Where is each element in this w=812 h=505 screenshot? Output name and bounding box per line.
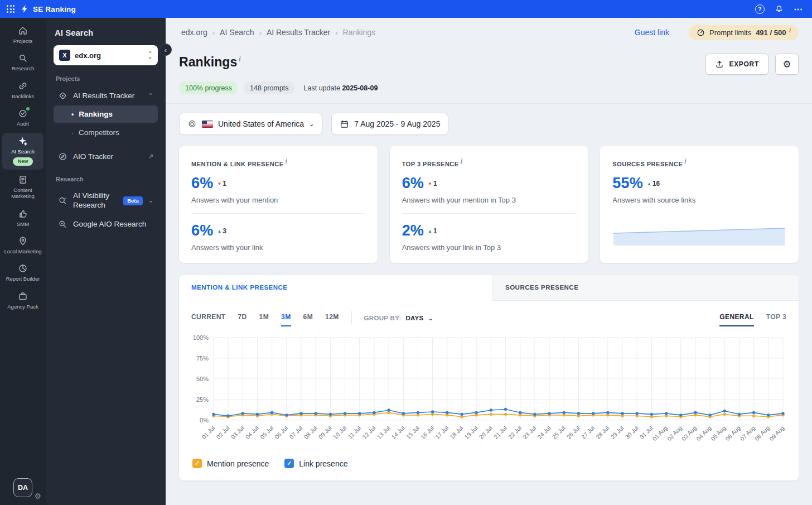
sidebar-item-label: AI Results Tracker	[73, 92, 134, 100]
presence-line-chart[interactable]: 0%25%50%75%100%01 Jul02 Jul03 Jul04 Jul0…	[187, 332, 791, 456]
guest-link[interactable]: Guest link	[635, 28, 669, 37]
tab-sources-presence[interactable]: SOURCES PRESENCE	[492, 275, 799, 301]
rail-item-local-marketing[interactable]: Local Marketing	[2, 233, 44, 258]
chevron-up-icon[interactable]: ⌃	[148, 92, 153, 99]
bell-icon[interactable]	[775, 4, 784, 13]
view-tab-general[interactable]: GENERAL	[719, 313, 753, 326]
svg-text:07 Jul: 07 Jul	[288, 425, 304, 440]
rail-item-agency-pack[interactable]: Agency Pack	[2, 288, 44, 314]
rail-item-audit[interactable]: Audit	[2, 105, 44, 131]
sidebar-collapse-button[interactable]: ‹	[160, 44, 172, 56]
svg-text:23 Jul: 23 Jul	[522, 425, 538, 440]
range-tab-1m[interactable]: 1M	[259, 313, 269, 326]
range-tab-6m[interactable]: 6M	[303, 313, 313, 326]
avatar[interactable]: DA	[13, 478, 32, 497]
brand-logo[interactable]: SE Ranking	[20, 4, 76, 13]
page-content: Rankingsi EXPORT ⚙ 100% progress 148 pro…	[166, 47, 812, 505]
new-badge: New	[13, 157, 33, 166]
stat-value: 6%	[402, 175, 424, 192]
legend-mention-presence[interactable]: ✓ Mention presence	[192, 459, 269, 468]
rail-item-projects[interactable]: Projects	[2, 22, 44, 48]
rail-item-ai-search[interactable]: AI Search New	[2, 133, 44, 170]
magnifier-sparkle-icon	[58, 196, 67, 205]
svg-text:02 Jul: 02 Jul	[215, 425, 231, 440]
svg-text:12 Jul: 12 Jul	[361, 425, 377, 440]
prompt-limits-label: Prompt limits	[709, 28, 751, 37]
stat-delta: ▼1	[428, 180, 437, 187]
help-icon[interactable]: ?	[755, 4, 765, 14]
sidebar-item-ai-visibility-research[interactable]: AI Visibility Research Beta ⌄	[54, 187, 158, 215]
gear-icon: ⚙	[782, 59, 791, 70]
progress-badge: 100% progress	[179, 81, 238, 94]
svg-text:05 Aug: 05 Aug	[710, 425, 727, 442]
svg-text:14 Jul: 14 Jul	[390, 425, 406, 440]
legend-link-presence[interactable]: ✓ Link presence	[284, 459, 347, 468]
prompt-limits-badge[interactable]: Prompt limits 491 / 500 i	[689, 25, 799, 40]
chevron-down-icon: ⌄	[428, 315, 433, 322]
thumbs-up-icon	[18, 209, 28, 219]
calendar-icon	[340, 119, 349, 129]
user-area: DA ⚙	[13, 478, 32, 499]
info-icon: i	[789, 28, 791, 33]
svg-text:17 Jul: 17 Jul	[434, 425, 450, 440]
info-icon: i	[684, 157, 687, 165]
rail-item-content-marketing[interactable]: Content Marketing	[2, 171, 44, 204]
svg-text:10 Jul: 10 Jul	[332, 425, 347, 440]
project-selector[interactable]: X edx.org ⌃ ⌄	[54, 45, 158, 65]
engine-region-select[interactable]: United States of America ⌄	[179, 113, 322, 135]
document-lines-icon	[18, 175, 28, 185]
sidebar-item-rankings[interactable]: • Rankings	[54, 105, 158, 123]
export-label: EXPORT	[729, 60, 759, 68]
svg-text:11 Jul: 11 Jul	[347, 425, 362, 440]
range-tab-3m[interactable]: 3M	[281, 313, 291, 326]
sidebar-item-ai-results-tracker[interactable]: AI Results Tracker ⌃	[54, 86, 158, 105]
svg-text:13 Jul: 13 Jul	[376, 425, 392, 440]
rail-item-smm[interactable]: SMM	[2, 205, 44, 231]
title-row: Rankingsi EXPORT ⚙	[179, 50, 799, 75]
chevron-down-icon[interactable]: ⌄	[148, 197, 153, 204]
breadcrumb-item[interactable]: AI Results Tracker	[267, 28, 330, 37]
more-menu-icon[interactable]: ⋯	[794, 4, 803, 15]
audit-notification-dot	[26, 107, 30, 110]
date-range-picker[interactable]: 7 Aug 2025 - 9 Aug 2025	[331, 113, 448, 135]
presence-chart-card: MENTION & LINK PRESENCE SOURCES PRESENCE…	[179, 275, 799, 481]
view-tabs: GENERAL TOP 3	[719, 313, 786, 326]
section-label-projects: Projects	[56, 75, 156, 82]
tab-mention-link-presence[interactable]: MENTION & LINK PRESENCE	[179, 275, 492, 301]
svg-text:28 Jul: 28 Jul	[595, 425, 611, 440]
svg-text:07 Aug: 07 Aug	[739, 425, 756, 442]
sidebar-item-label: Competitors	[79, 128, 119, 137]
svg-text:08 Jul: 08 Jul	[303, 425, 318, 440]
sidebar-item-google-aio-research[interactable]: Google AIO Research	[54, 215, 158, 233]
svg-text:24 Jul: 24 Jul	[536, 425, 552, 440]
group-by-select[interactable]: GROUP BY: DAYS ⌄	[364, 315, 433, 326]
svg-text:03 Aug: 03 Aug	[680, 425, 698, 442]
sidebar-item-competitors[interactable]: · Competitors	[54, 124, 158, 141]
apps-grid-icon[interactable]	[7, 5, 14, 13]
rail-item-report-builder[interactable]: Report Builder	[2, 260, 44, 286]
up-triangle-icon: ▲	[647, 181, 651, 186]
briefcase-icon	[18, 291, 28, 301]
settings-button[interactable]: ⚙	[775, 54, 799, 75]
mention-checkbox[interactable]: ✓	[192, 459, 202, 468]
export-button[interactable]: EXPORT	[705, 54, 768, 75]
stat-cards: MENTION & LINK PRESENCEi 6% ▼1 Answers w…	[179, 146, 799, 263]
group-by-value: DAYS	[405, 315, 423, 321]
header-divider	[166, 103, 812, 104]
sidebar-item-label: AI Visibility Research	[73, 191, 118, 210]
settings-gear-icon[interactable]: ⚙	[34, 492, 41, 501]
rail-item-research[interactable]: Research	[2, 50, 44, 75]
breadcrumb-item[interactable]: edx.org	[181, 28, 207, 37]
view-tab-top3[interactable]: TOP 3	[766, 313, 786, 326]
mention-link-presence-card: MENTION & LINK PRESENCEi 6% ▼1 Answers w…	[179, 146, 378, 263]
link-checkbox[interactable]: ✓	[284, 459, 294, 468]
range-tab-12m[interactable]: 12M	[325, 313, 339, 326]
rail-item-backlinks[interactable]: Backlinks	[2, 78, 44, 103]
breadcrumb-item[interactable]: AI Search	[220, 28, 254, 37]
range-tab-current[interactable]: CURRENT	[191, 313, 225, 326]
sidebar-item-aio-tracker[interactable]: AIO Tracker ↗	[54, 147, 158, 166]
range-tab-7d[interactable]: 7D	[238, 313, 246, 326]
up-triangle-icon: ▲	[217, 229, 221, 234]
svg-text:05 Jul: 05 Jul	[259, 425, 275, 440]
rail-label: Content Marketing	[3, 187, 42, 200]
